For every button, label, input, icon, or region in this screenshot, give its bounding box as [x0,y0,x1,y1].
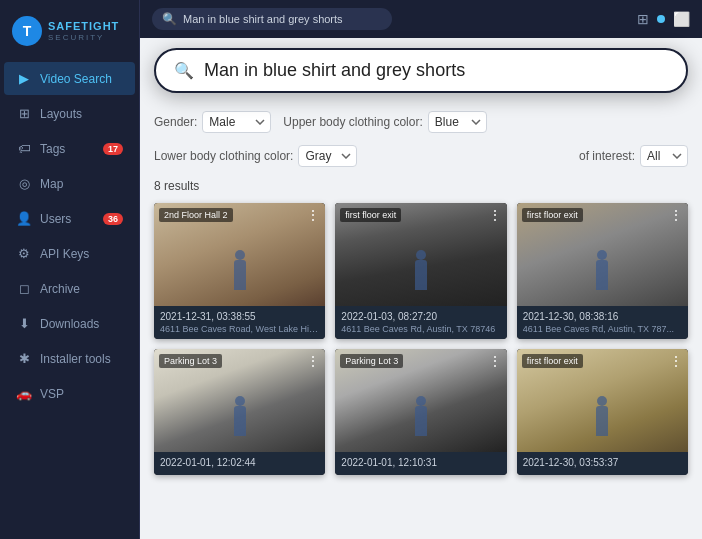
result-info: 2022-01-01, 12:02:44 [154,452,325,475]
sidebar-item-installer[interactable]: ✱ Installer tools [4,342,135,375]
person-figure [234,260,246,290]
interest-select[interactable]: All Yes No [640,145,688,167]
search-overlay[interactable]: 🔍 [154,48,688,93]
camera-label: first floor exit [522,354,583,368]
users-badge: 36 [103,213,123,225]
logo-text: SAFETIGHT SECURITY [48,20,119,42]
lower-label: Lower body clothing color: [154,149,293,163]
lower-color-select[interactable]: Gray Blue Black White Any [298,145,357,167]
result-thumbnail: 2nd Floor Hall 2 ⋮ [154,203,325,306]
sidebar-item-label: Downloads [40,317,99,331]
sidebar-nav: ▶ Video Search ⊞ Layouts 🏷 Tags 17 ◎ Map… [0,62,139,539]
interest-label: of interest: [579,149,635,163]
camera-label: Parking Lot 3 [340,354,403,368]
sidebar-item-tags[interactable]: 🏷 Tags 17 [4,132,135,165]
result-timestamp: 2021-12-30, 03:53:37 [523,457,682,468]
sidebar-item-label: VSP [40,387,64,401]
results-grid: 2nd Floor Hall 2 ⋮ 2021-12-31, 03:38:55 … [154,203,688,475]
result-info: 2021-12-30, 08:38:16 4611 Bee Caves Rd, … [517,306,688,339]
result-location: 4611 Bee Caves Rd, Austin, TX 78746 [341,324,500,334]
sidebar-item-label: Layouts [40,107,82,121]
topbar-search[interactable]: 🔍 [152,8,392,30]
card-menu-icon[interactable]: ⋮ [488,354,502,368]
app-name: SAFETIGHT [48,20,119,33]
sidebar-item-vsp[interactable]: 🚗 VSP [4,377,135,410]
result-card[interactable]: first floor exit ⋮ 2022-01-03, 08:27:20 … [335,203,506,339]
users-icon: 👤 [16,211,32,226]
topbar: 🔍 ⊞ ⬜ [140,0,702,38]
upper-color-select[interactable]: Blue Red Black White Gray Any [428,111,487,133]
upper-label: Upper body clothing color: [283,115,422,129]
sidebar-item-api-keys[interactable]: ⚙ API Keys [4,237,135,270]
logo-icon: T [12,16,42,46]
archive-icon: ◻ [16,281,32,296]
sidebar-item-label: Users [40,212,71,226]
sidebar-item-archive[interactable]: ◻ Archive [4,272,135,305]
result-timestamp: 2022-01-01, 12:10:31 [341,457,500,468]
person-figure [234,406,246,436]
sidebar: T SAFETIGHT SECURITY ▶ Video Search ⊞ La… [0,0,140,539]
api-keys-icon: ⚙ [16,246,32,261]
camera-label: 2nd Floor Hall 2 [159,208,233,222]
search-input[interactable] [204,60,668,81]
sidebar-item-map[interactable]: ◎ Map [4,167,135,200]
tags-icon: 🏷 [16,141,32,156]
result-thumbnail: Parking Lot 3 ⋮ [335,349,506,452]
result-timestamp: 2021-12-30, 08:38:16 [523,311,682,322]
map-icon: ◎ [16,176,32,191]
result-thumbnail: first floor exit ⋮ [517,203,688,306]
search-icon: 🔍 [162,12,177,26]
gender-label: Gender: [154,115,197,129]
main-content: 🔍 ⊞ ⬜ 🔍 Gender: Male Female Any Upper bo… [140,0,702,539]
card-menu-icon[interactable]: ⋮ [488,208,502,222]
sidebar-item-label: API Keys [40,247,89,261]
result-timestamp: 2022-01-03, 08:27:20 [341,311,500,322]
person-figure [415,406,427,436]
person-figure [596,406,608,436]
person-figure [596,260,608,290]
result-location: 4611 Bee Caves Rd, Austin, TX 787... [523,324,682,334]
interest-filter: of interest: All Yes No [579,145,688,167]
result-timestamp: 2022-01-01, 12:02:44 [160,457,319,468]
result-thumbnail: first floor exit ⋮ [335,203,506,306]
topbar-icons: ⊞ ⬜ [637,11,690,27]
sidebar-item-video-search[interactable]: ▶ Video Search [4,62,135,95]
search-overlay-icon: 🔍 [174,61,194,80]
result-card[interactable]: Parking Lot 3 ⋮ 2022-01-01, 12:10:31 [335,349,506,475]
result-timestamp: 2021-12-31, 03:38:55 [160,311,319,322]
lower-color-filter: Lower body clothing color: Gray Blue Bla… [154,145,357,167]
layouts-icon: ⊞ [16,106,32,121]
result-info: 2022-01-03, 08:27:20 4611 Bee Caves Rd, … [335,306,506,339]
result-thumbnail: Parking Lot 3 ⋮ [154,349,325,452]
result-info: 2021-12-31, 03:38:55 4611 Bee Caves Road… [154,306,325,339]
result-info: 2022-01-01, 12:10:31 [335,452,506,475]
camera-label: Parking Lot 3 [159,354,222,368]
person-figure [415,260,427,290]
sidebar-item-users[interactable]: 👤 Users 36 [4,202,135,235]
sidebar-item-label: Installer tools [40,352,111,366]
card-menu-icon[interactable]: ⋮ [306,354,320,368]
results-count: 8 results [154,179,688,193]
camera-label: first floor exit [522,208,583,222]
result-card[interactable]: Parking Lot 3 ⋮ 2022-01-01, 12:02:44 [154,349,325,475]
video-search-icon: ▶ [16,71,32,86]
result-card[interactable]: first floor exit ⋮ 2021-12-30, 03:53:37 [517,349,688,475]
result-card[interactable]: first floor exit ⋮ 2021-12-30, 08:38:16 … [517,203,688,339]
results-area: 8 results 2nd Floor Hall 2 ⋮ 2021-12-31,… [140,175,702,539]
sidebar-item-layouts[interactable]: ⊞ Layouts [4,97,135,130]
topbar-search-input[interactable] [183,13,382,25]
card-menu-icon[interactable]: ⋮ [306,208,320,222]
gender-select[interactable]: Male Female Any [202,111,271,133]
camera-label: first floor exit [340,208,401,222]
sidebar-item-label: Map [40,177,63,191]
sidebar-item-downloads[interactable]: ⬇ Downloads [4,307,135,340]
grid-icon[interactable]: ⊞ [637,11,649,27]
result-location: 4611 Bee Caves Road, West Lake Hills, TX… [160,324,319,334]
sidebar-item-label: Archive [40,282,80,296]
tags-badge: 17 [103,143,123,155]
result-thumbnail: first floor exit ⋮ [517,349,688,452]
result-card[interactable]: 2nd Floor Hall 2 ⋮ 2021-12-31, 03:38:55 … [154,203,325,339]
window-icon[interactable]: ⬜ [673,11,690,27]
card-menu-icon[interactable]: ⋮ [669,208,683,222]
card-menu-icon[interactable]: ⋮ [669,354,683,368]
